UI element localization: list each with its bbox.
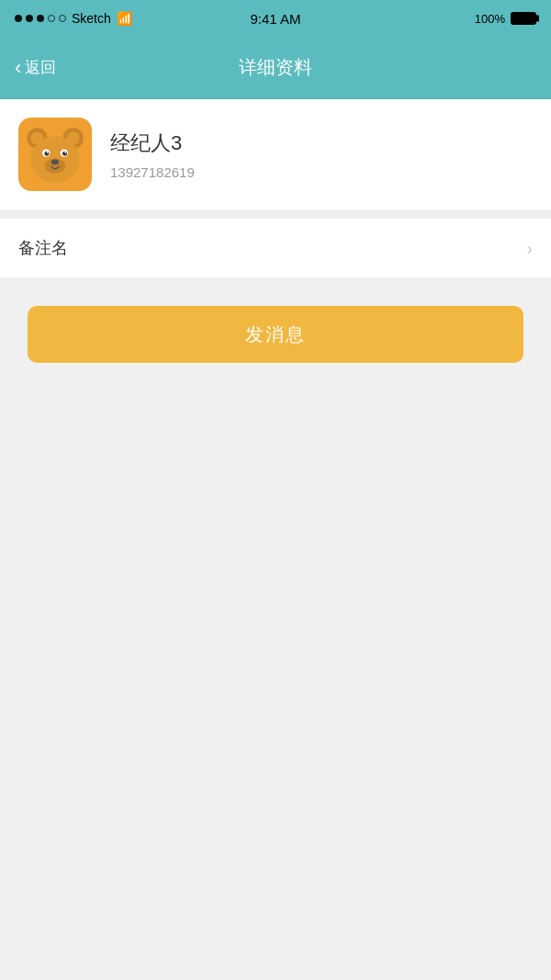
signal-dot-5 <box>59 15 66 22</box>
svg-point-9 <box>47 152 49 153</box>
signal-dot-1 <box>15 15 22 22</box>
back-label: 返回 <box>25 57 56 78</box>
status-time: 9:41 AM <box>250 11 300 27</box>
status-left: Sketch 📶 <box>15 11 132 26</box>
divider-1 <box>0 209 551 219</box>
profile-phone: 13927182619 <box>110 164 195 180</box>
nav-title: 详细资料 <box>239 55 312 80</box>
avatar <box>18 118 92 191</box>
signal-dot-3 <box>37 15 44 22</box>
app-name: Sketch <box>72 11 111 26</box>
status-bar: Sketch 📶 9:41 AM 100% <box>0 0 551 37</box>
chevron-right-icon: › <box>526 238 533 259</box>
alias-list-item[interactable]: 备注名 › <box>0 219 551 278</box>
profile-name: 经纪人3 <box>110 130 195 157</box>
battery-percent: 100% <box>475 12 505 26</box>
empty-content-area <box>0 390 551 980</box>
profile-card: 经纪人3 13927182619 <box>0 99 551 209</box>
svg-point-12 <box>51 160 59 165</box>
action-area: 发消息 <box>0 278 551 390</box>
send-message-button[interactable]: 发消息 <box>28 306 523 363</box>
status-right: 100% <box>475 12 536 26</box>
signal-dot-2 <box>26 15 33 22</box>
back-arrow-icon: ‹ <box>15 58 21 78</box>
nav-bar: ‹ 返回 详细资料 <box>0 37 551 99</box>
alias-label: 备注名 <box>18 237 68 259</box>
svg-point-10 <box>64 152 66 153</box>
battery-icon <box>511 12 536 25</box>
back-button[interactable]: ‹ 返回 <box>15 57 56 78</box>
bear-avatar-icon <box>23 122 87 186</box>
wifi-icon: 📶 <box>117 11 132 26</box>
signal-dot-4 <box>48 15 55 22</box>
battery-fill <box>512 14 534 23</box>
signal-dots <box>15 15 66 22</box>
profile-info: 经纪人3 13927182619 <box>110 130 195 180</box>
